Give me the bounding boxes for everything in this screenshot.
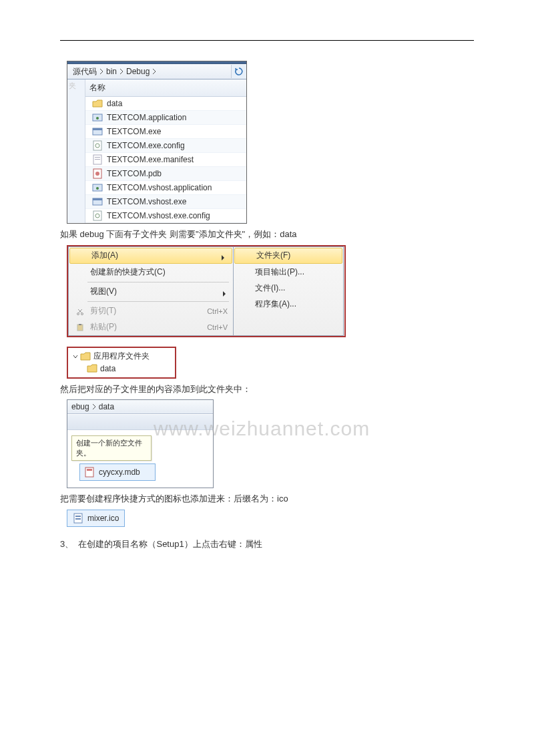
- file-explorer: 源代码 bin Debug 夹 名称 dataTEXTCOM.applicati…: [67, 61, 247, 224]
- tree-label: 应用程序文件夹: [93, 351, 150, 362]
- svg-rect-14: [93, 198, 102, 200]
- chevron-right-icon: [222, 289, 228, 295]
- paragraph: 把需要创建程序快捷方式的图标也添加进来：后缀名为：ico: [60, 492, 474, 506]
- file-row[interactable]: TEXTCOM.exe: [85, 125, 246, 139]
- menu-item[interactable]: 文件夹(F): [234, 248, 342, 264]
- file-name: TEXTCOM.exe.manifest: [107, 155, 194, 164]
- file-name: TEXTCOM.vshost.application: [107, 183, 212, 192]
- svg-rect-4: [93, 141, 101, 150]
- step-3: 3、 在创建的项目名称（Setup1）上点击右键：属性: [60, 538, 474, 551]
- svg-rect-25: [75, 518, 81, 520]
- breadcrumb-item[interactable]: 源代码: [70, 66, 99, 77]
- chevron-right-icon: [221, 253, 226, 258]
- menu-shortcut: Ctrl+X: [207, 307, 228, 315]
- svg-point-17: [77, 313, 79, 315]
- file-row[interactable]: TEXTCOM.exe.config: [85, 139, 246, 153]
- file-name: TEXTCOM.application: [107, 113, 186, 122]
- toolbar: [67, 414, 213, 430]
- refresh-button[interactable]: [231, 65, 246, 78]
- file-item[interactable]: cyycxy.mdb: [79, 463, 156, 481]
- app-icon: [92, 182, 103, 193]
- cut-icon: [74, 307, 86, 315]
- tree-toggle-icon[interactable]: [72, 354, 79, 359]
- menu-label: 文件夹(F): [256, 250, 336, 261]
- paragraph: 如果 debug 下面有子文件夹 则需要"添加文件夹"，例如：data: [60, 228, 474, 241]
- breadcrumb-item[interactable]: data: [99, 402, 114, 411]
- breadcrumb-bar[interactable]: ebug data: [67, 400, 213, 414]
- file-row[interactable]: TEXTCOM.vshost.exe.config: [85, 209, 246, 223]
- config-icon: [92, 210, 103, 221]
- menu-item[interactable]: 剪切(T)Ctrl+X: [69, 303, 233, 319]
- file-name: TEXTCOM.exe.config: [107, 141, 185, 150]
- file-row[interactable]: TEXTCOM.vshost.application: [85, 181, 246, 195]
- menu-item[interactable]: 视图(V): [69, 284, 233, 300]
- paragraph: 然后把对应的子文件里的内容添加到此文件夹中：: [60, 383, 474, 396]
- ico-file-icon: [73, 513, 83, 524]
- tree-item-parent[interactable]: 应用程序文件夹: [72, 351, 171, 363]
- file-explorer-data: ebug data 创建一个新的空文件夹。 cyycxy.mdb: [67, 399, 214, 488]
- file-name: TEXTCOM.pdb: [107, 169, 162, 178]
- manifest-icon: [92, 154, 103, 165]
- file-name: cyycxy.mdb: [99, 467, 140, 477]
- nav-pane-stub: 夹: [67, 79, 85, 223]
- breadcrumb-item[interactable]: ebug: [71, 402, 89, 411]
- context-menu-main: 添加(A)创建新的快捷方式(C)视图(V)剪切(T)Ctrl+X粘贴(P)Ctr…: [68, 246, 234, 336]
- svg-rect-3: [93, 128, 102, 130]
- column-header-name[interactable]: 名称: [85, 79, 246, 97]
- file-row[interactable]: data: [85, 97, 246, 111]
- menu-item[interactable]: 粘贴(P)Ctrl+V: [69, 319, 233, 335]
- tree-label: data: [100, 364, 115, 373]
- file-item-ico[interactable]: mixer.ico: [67, 510, 125, 527]
- svg-rect-7: [95, 157, 100, 158]
- chevron-right-icon: [152, 69, 156, 74]
- file-row[interactable]: TEXTCOM.pdb: [85, 167, 246, 181]
- folder-icon: [87, 364, 97, 373]
- menu-item[interactable]: 文件(I)...: [234, 280, 343, 297]
- folder-tree: 应用程序文件夹 data: [67, 347, 176, 379]
- chevron-right-icon: [92, 402, 96, 411]
- menu-shortcut: Ctrl+V: [207, 323, 228, 331]
- menu-item[interactable]: 添加(A): [69, 248, 232, 264]
- tree-item-child[interactable]: data: [72, 363, 171, 375]
- breadcrumb-bar[interactable]: 源代码 bin Debug: [67, 64, 246, 79]
- menu-item[interactable]: 项目输出(P)...: [234, 264, 343, 280]
- paste-icon: [74, 323, 86, 331]
- menu-item[interactable]: 创建新的快捷方式(C): [69, 264, 233, 280]
- menu-label: 粘贴(P): [90, 321, 202, 333]
- menu-label: 添加(A): [91, 250, 218, 261]
- step-text: 在创建的项目名称（Setup1）上点击右键：属性: [78, 539, 262, 549]
- tooltip: 创建一个新的空文件夹。: [71, 435, 152, 461]
- file-row[interactable]: TEXTCOM.vshost.exe: [85, 195, 246, 209]
- svg-rect-19: [77, 325, 83, 331]
- menu-label: 视图(V): [90, 286, 220, 297]
- svg-rect-24: [75, 516, 81, 517]
- exe-icon: [92, 126, 103, 137]
- svg-point-12: [96, 187, 99, 190]
- mdb-file-icon: [84, 467, 95, 478]
- svg-rect-15: [93, 211, 101, 220]
- config-icon: [92, 140, 103, 151]
- file-row[interactable]: TEXTCOM.application: [85, 111, 246, 125]
- svg-rect-20: [79, 324, 81, 325]
- svg-rect-22: [87, 469, 92, 471]
- file-name: mixer.ico: [87, 514, 119, 523]
- svg-point-1: [96, 117, 99, 120]
- menu-item[interactable]: 程序集(A)...: [234, 297, 343, 313]
- breadcrumb-item[interactable]: Debug: [123, 67, 152, 76]
- top-rule: [60, 40, 474, 41]
- file-name: TEXTCOM.vshost.exe.config: [107, 211, 210, 220]
- menu-label: 程序集(A)...: [255, 299, 338, 310]
- svg-rect-8: [95, 159, 100, 160]
- file-name: data: [107, 99, 122, 108]
- menu-separator: [87, 282, 229, 282]
- file-row[interactable]: TEXTCOM.exe.manifest: [85, 153, 246, 167]
- file-name: TEXTCOM.exe: [107, 127, 161, 136]
- file-name: TEXTCOM.vshost.exe: [107, 197, 186, 206]
- context-submenu-add: 文件夹(F)项目输出(P)...文件(I)...程序集(A)...: [234, 246, 344, 336]
- menu-label: 剪切(T): [90, 305, 202, 317]
- menu-label: 文件(I)...: [255, 282, 338, 294]
- exe-icon: [92, 196, 103, 207]
- menu-label: 创建新的快捷方式(C): [90, 266, 228, 278]
- breadcrumb-item[interactable]: bin: [103, 67, 119, 76]
- app-icon: [92, 112, 103, 123]
